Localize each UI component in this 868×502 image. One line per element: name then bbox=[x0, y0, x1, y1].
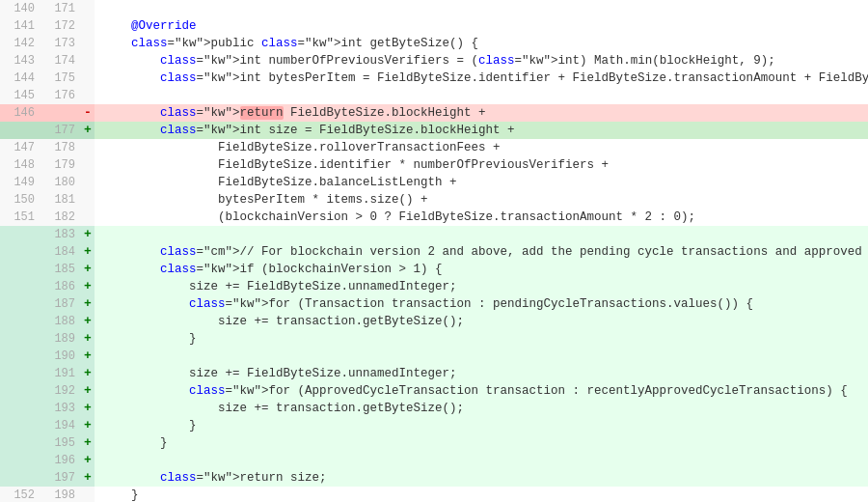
line-number-new bbox=[41, 104, 81, 122]
code-text: } bbox=[95, 434, 868, 452]
code-text: class="kw">for (ApprovedCycleTransaction… bbox=[95, 382, 868, 400]
diff-marker bbox=[81, 52, 95, 70]
code-line: 140171 bbox=[0, 0, 868, 17]
code-text: size += transaction.getByteSize(); bbox=[95, 313, 868, 330]
code-line: 194+ } bbox=[0, 417, 868, 434]
line-number-old: 142 bbox=[0, 35, 41, 52]
line-number-new: 184 bbox=[41, 243, 81, 261]
diff-marker: + bbox=[81, 469, 95, 487]
line-number-old bbox=[0, 400, 41, 417]
code-text bbox=[95, 348, 868, 365]
line-number-new: 181 bbox=[41, 191, 81, 209]
line-number-new: 178 bbox=[41, 139, 81, 156]
line-number-new: 175 bbox=[41, 70, 81, 87]
code-line: 195+ } bbox=[0, 434, 868, 452]
line-number-new: 190 bbox=[41, 348, 81, 365]
code-text: class="kw">return size; bbox=[95, 469, 868, 487]
line-number-old bbox=[0, 122, 41, 139]
diff-marker: + bbox=[81, 365, 95, 382]
diff-view: 140171141172 @Override142173 class="kw">… bbox=[0, 0, 868, 502]
line-number-old bbox=[0, 417, 41, 434]
code-diff-container: 140171141172 @Override142173 class="kw">… bbox=[0, 0, 868, 502]
diff-marker: + bbox=[81, 261, 95, 278]
diff-marker: + bbox=[81, 278, 95, 295]
code-line: 146- class="kw">return FieldByteSize.blo… bbox=[0, 104, 868, 122]
diff-marker: + bbox=[81, 243, 95, 261]
diff-marker bbox=[81, 487, 95, 502]
line-number-new: 177 bbox=[41, 122, 81, 139]
line-number-old bbox=[0, 434, 41, 452]
code-line: 143174 class="kw">int numberOfPreviousVe… bbox=[0, 52, 868, 70]
line-number-old bbox=[0, 313, 41, 330]
code-text bbox=[95, 452, 868, 469]
code-line: 150181 bytesPerItem * items.size() + bbox=[0, 191, 868, 209]
code-line: 145176 bbox=[0, 87, 868, 104]
code-text: FieldByteSize.balanceListLength + bbox=[95, 174, 868, 191]
code-text: size += FieldByteSize.unnamedInteger; bbox=[95, 278, 868, 295]
code-line: 185+ class="kw">if (blockchainVersion > … bbox=[0, 261, 868, 278]
diff-marker bbox=[81, 0, 95, 17]
diff-marker bbox=[81, 87, 95, 104]
code-text: class="cm">// For blockchain version 2 a… bbox=[95, 243, 868, 261]
line-number-new: 179 bbox=[41, 156, 81, 174]
line-number-new: 192 bbox=[41, 382, 81, 400]
line-number-new: 194 bbox=[41, 417, 81, 434]
diff-marker bbox=[81, 70, 95, 87]
code-line: 197+ class="kw">return size; bbox=[0, 469, 868, 487]
diff-marker bbox=[81, 17, 95, 35]
line-number-new: 186 bbox=[41, 278, 81, 295]
diff-marker bbox=[81, 209, 95, 226]
diff-marker: + bbox=[81, 400, 95, 417]
code-text: bytesPerItem * items.size() + bbox=[95, 191, 868, 209]
code-line: 187+ class="kw">for (Transaction transac… bbox=[0, 295, 868, 313]
diff-marker: + bbox=[81, 452, 95, 469]
code-text: class="kw">public class="kw">int getByte… bbox=[95, 35, 868, 52]
line-number-new: 191 bbox=[41, 365, 81, 382]
diff-marker: + bbox=[81, 122, 95, 139]
code-text: class="kw">int size = FieldByteSize.bloc… bbox=[95, 122, 868, 139]
line-number-new: 173 bbox=[41, 35, 81, 52]
code-line: 184+ class="cm">// For blockchain versio… bbox=[0, 243, 868, 261]
line-number-new: 180 bbox=[41, 174, 81, 191]
diff-marker: + bbox=[81, 295, 95, 313]
line-number-new: 187 bbox=[41, 295, 81, 313]
code-text: (blockchainVersion > 0 ? FieldByteSize.t… bbox=[95, 209, 868, 226]
line-number-old: 148 bbox=[0, 156, 41, 174]
line-number-old bbox=[0, 243, 41, 261]
line-number-new: 188 bbox=[41, 313, 81, 330]
line-number-old bbox=[0, 452, 41, 469]
line-number-old: 144 bbox=[0, 70, 41, 87]
line-number-new: 174 bbox=[41, 52, 81, 70]
line-number-new: 195 bbox=[41, 434, 81, 452]
code-text: FieldByteSize.identifier * numberOfPrevi… bbox=[95, 156, 868, 174]
line-number-old: 152 bbox=[0, 487, 41, 502]
line-number-old bbox=[0, 226, 41, 243]
diff-marker: + bbox=[81, 313, 95, 330]
line-number-new: 171 bbox=[41, 0, 81, 17]
line-number-new: 185 bbox=[41, 261, 81, 278]
diff-marker: + bbox=[81, 417, 95, 434]
line-number-old bbox=[0, 382, 41, 400]
line-number-new: 197 bbox=[41, 469, 81, 487]
diff-marker bbox=[81, 139, 95, 156]
line-number-new: 172 bbox=[41, 17, 81, 35]
code-line: 148179 FieldByteSize.identifier * number… bbox=[0, 156, 868, 174]
code-text: size += transaction.getByteSize(); bbox=[95, 400, 868, 417]
code-line: 190+ bbox=[0, 348, 868, 365]
line-number-new: 198 bbox=[41, 487, 81, 502]
line-number-old bbox=[0, 348, 41, 365]
line-number-old: 147 bbox=[0, 139, 41, 156]
code-text bbox=[95, 226, 868, 243]
code-text: class="kw">if (blockchainVersion > 1) { bbox=[95, 261, 868, 278]
diff-marker bbox=[81, 191, 95, 209]
line-number-old: 145 bbox=[0, 87, 41, 104]
code-line: 147178 FieldByteSize.rolloverTransaction… bbox=[0, 139, 868, 156]
line-number-old: 141 bbox=[0, 17, 41, 35]
code-line: 192+ class="kw">for (ApprovedCycleTransa… bbox=[0, 382, 868, 400]
diff-marker bbox=[81, 35, 95, 52]
diff-marker bbox=[81, 156, 95, 174]
line-number-new: 196 bbox=[41, 452, 81, 469]
code-text: class="kw">int bytesPerItem = FieldByteS… bbox=[95, 70, 868, 87]
line-number-old: 151 bbox=[0, 209, 41, 226]
line-number-old: 150 bbox=[0, 191, 41, 209]
